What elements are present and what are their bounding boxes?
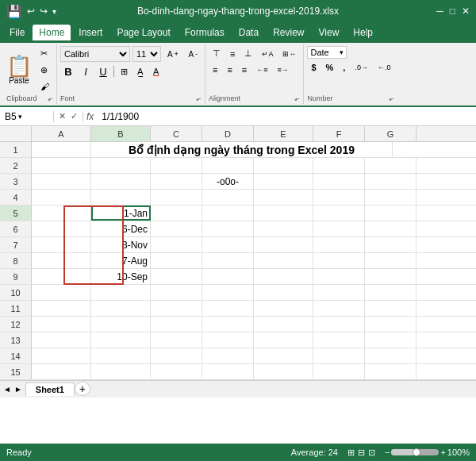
menu-home[interactable]: Home — [33, 25, 71, 40]
confirm-formula-button[interactable]: ✓ — [69, 111, 79, 121]
align-bottom-button[interactable]: ⊥ — [240, 46, 256, 61]
cell-b7[interactable]: 3-Nov — [91, 237, 151, 252]
row-header-10[interactable]: 10 — [0, 285, 32, 300]
cell-b13[interactable] — [91, 332, 151, 348]
cell-a12[interactable] — [32, 317, 91, 332]
cell-b2[interactable] — [91, 158, 151, 173]
cell-e15[interactable] — [254, 364, 313, 379]
row-header-5[interactable]: 5 — [0, 206, 32, 221]
page-break-view-button[interactable]: ⊡ — [368, 448, 375, 458]
cell-d2[interactable] — [202, 158, 254, 173]
zoom-thumb[interactable] — [413, 448, 420, 456]
cell-g13[interactable] — [365, 332, 416, 348]
cell-b4[interactable] — [91, 190, 151, 205]
menu-formulas[interactable]: Formulas — [178, 25, 231, 40]
cut-button[interactable]: ✂ — [36, 46, 53, 61]
paste-button[interactable]: 📋 Paste — [6, 56, 32, 85]
col-header-g[interactable]: G — [365, 126, 416, 141]
row-header-6[interactable]: 6 — [0, 221, 32, 236]
cell-d7[interactable] — [202, 237, 254, 252]
menu-help[interactable]: Help — [347, 25, 379, 40]
col-header-a[interactable]: A — [32, 126, 91, 141]
row-header-15[interactable]: 15 — [0, 364, 32, 379]
cell-g10[interactable] — [365, 285, 416, 300]
cell-a7[interactable] — [32, 237, 91, 252]
underline-button[interactable]: U — [95, 63, 111, 79]
cell-b3[interactable] — [91, 174, 151, 189]
cell-f8[interactable] — [313, 253, 365, 268]
col-header-c[interactable]: C — [151, 126, 202, 141]
col-header-f[interactable]: F — [313, 126, 365, 141]
merge-cells-button[interactable]: ⊞↔ — [278, 46, 300, 61]
cell-b15[interactable] — [91, 364, 151, 379]
cell-f13[interactable] — [313, 332, 365, 348]
cell-e3[interactable] — [254, 174, 313, 189]
cell-e2[interactable] — [254, 158, 313, 173]
cell-c11[interactable] — [151, 301, 202, 316]
cell-a13[interactable] — [32, 332, 91, 348]
cell-e4[interactable] — [254, 190, 313, 205]
cell-d5[interactable] — [202, 206, 254, 221]
italic-button[interactable]: I — [78, 63, 94, 79]
row-header-3[interactable]: 3 — [0, 174, 32, 189]
cell-a8[interactable] — [32, 253, 91, 268]
cell-f10[interactable] — [313, 285, 365, 300]
number-expand[interactable]: ⬐ — [389, 95, 394, 102]
cell-g9[interactable] — [365, 269, 416, 284]
cell-c13[interactable] — [151, 332, 202, 348]
zoom-out-button[interactable]: − — [385, 448, 390, 457]
cell-g6[interactable] — [365, 221, 416, 236]
format-painter-button[interactable]: 🖌 — [36, 79, 53, 94]
cell-d9[interactable] — [202, 269, 254, 284]
cell-a9[interactable] — [32, 269, 91, 284]
cell-f3[interactable] — [313, 174, 365, 189]
row-header-7[interactable]: 7 — [0, 237, 32, 252]
add-sheet-button[interactable]: + — [75, 382, 90, 396]
cell-e10[interactable] — [254, 285, 313, 300]
cell-d4[interactable] — [202, 190, 254, 205]
font-expand[interactable]: ⬐ — [196, 95, 202, 102]
cell-g12[interactable] — [365, 317, 416, 332]
inc-decimal-button[interactable]: .0→ — [351, 61, 372, 74]
cell-d15[interactable] — [202, 364, 254, 379]
alignment-expand[interactable]: ⬐ — [294, 95, 300, 102]
cell-f15[interactable] — [313, 364, 365, 379]
bold-button[interactable]: B — [60, 63, 76, 79]
cell-c10[interactable] — [151, 285, 202, 300]
font-size-select[interactable]: 11 — [132, 46, 161, 62]
clipboard-expand[interactable]: ⬐ — [48, 95, 53, 102]
cell-c2[interactable] — [151, 158, 202, 173]
sheet-tab-sheet1[interactable]: Sheet1 — [25, 382, 75, 396]
row-header-11[interactable]: 11 — [0, 301, 32, 316]
cell-d8[interactable] — [202, 253, 254, 268]
cell-c6[interactable] — [151, 221, 202, 236]
close-icon[interactable]: ✕ — [462, 6, 470, 17]
row-header-13[interactable]: 13 — [0, 332, 32, 348]
cell-b1[interactable]: Bổ định dạng ngày tháng trong Excel 2019 — [91, 142, 393, 157]
prev-sheet-button[interactable]: ◄ — [3, 385, 11, 394]
dec-decimal-button[interactable]: ←.0 — [374, 61, 395, 74]
menu-page-layout[interactable]: Page Layout — [110, 25, 176, 40]
cell-e7[interactable] — [254, 237, 313, 252]
cell-c7[interactable] — [151, 237, 202, 252]
cell-e6[interactable] — [254, 221, 313, 236]
align-top-button[interactable]: ⊤ — [209, 46, 225, 61]
col-header-d[interactable]: D — [202, 126, 254, 141]
menu-file[interactable]: File — [3, 25, 31, 40]
cell-d3[interactable]: -o0o- — [202, 174, 254, 189]
increase-font-button[interactable]: A+ — [163, 48, 182, 61]
decrease-font-button[interactable]: A- — [185, 48, 202, 61]
wrap-text-button[interactable]: ↵A — [258, 46, 277, 61]
cell-d14[interactable] — [202, 348, 254, 363]
cell-a6[interactable] — [32, 221, 91, 236]
align-center-button[interactable]: ≡ — [223, 63, 236, 77]
cell-b10[interactable] — [91, 285, 151, 300]
cell-c8[interactable] — [151, 253, 202, 268]
row-header-14[interactable]: 14 — [0, 348, 32, 363]
cell-b12[interactable] — [91, 317, 151, 332]
cell-d11[interactable] — [202, 301, 254, 316]
cell-g4[interactable] — [365, 190, 416, 205]
cell-c4[interactable] — [151, 190, 202, 205]
cell-g5[interactable] — [365, 206, 416, 221]
cell-f12[interactable] — [313, 317, 365, 332]
